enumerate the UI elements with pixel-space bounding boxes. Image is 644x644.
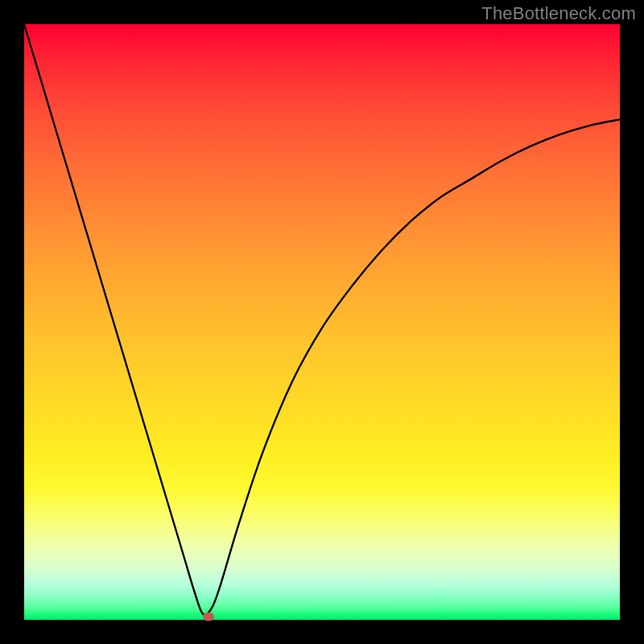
watermark-text: TheBottleneck.com (481, 3, 636, 24)
curve-svg (24, 24, 620, 620)
minimum-marker-dot (203, 612, 214, 621)
chart-plot-area (24, 24, 620, 620)
bottleneck-curve (24, 24, 620, 615)
